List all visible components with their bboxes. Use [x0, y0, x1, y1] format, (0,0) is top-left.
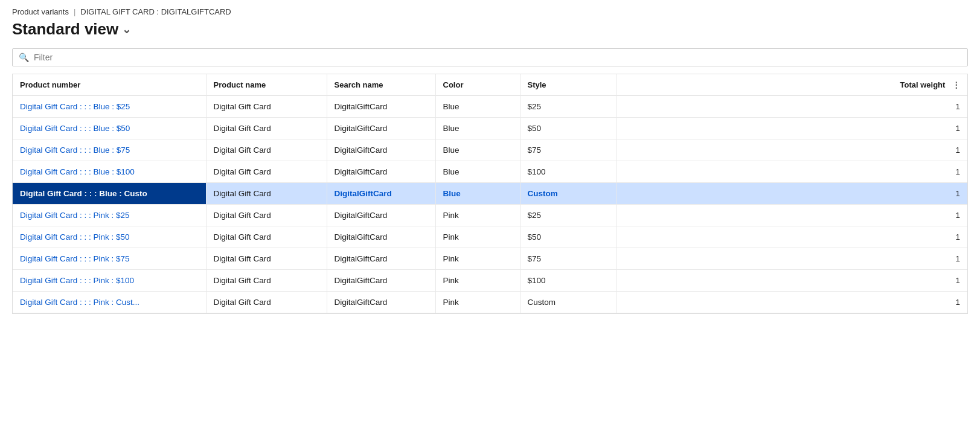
cell-product-name: Digital Gift Card: [206, 205, 327, 226]
cell-color: Blue: [435, 183, 520, 205]
product-number-link[interactable]: Digital Gift Card : : : Pink : $50: [20, 232, 199, 242]
cell-product-number: Digital Gift Card : : : Pink : $75: [13, 248, 206, 270]
cell-style: $75: [520, 139, 617, 161]
cell-product-number: Digital Gift Card : : : Pink : $100: [13, 270, 206, 292]
cell-search-name: DigitalGiftCard: [327, 292, 435, 313]
cell-style: $75: [520, 248, 617, 270]
cell-product-name: Digital Gift Card: [206, 96, 327, 118]
cell-total-weight: 1: [617, 270, 967, 292]
cell-total-weight: 1: [617, 118, 967, 139]
cell-total-weight: 1: [617, 161, 967, 183]
col-header-product-number: Product number: [13, 74, 206, 96]
cell-search-name: DigitalGiftCard: [327, 205, 435, 226]
cell-color: Pink: [435, 292, 520, 313]
cell-search-name: DigitalGiftCard: [327, 270, 435, 292]
col-header-product-name: Product name: [206, 74, 327, 96]
view-title-container: Standard view ⌄: [12, 20, 968, 39]
product-number-link[interactable]: Digital Gift Card : : : Pink : Cust...: [20, 298, 199, 307]
cell-total-weight: 1: [617, 205, 967, 226]
cell-total-weight: 1: [617, 183, 967, 205]
cell-search-name: DigitalGiftCard: [327, 96, 435, 118]
filter-bar: 🔍: [12, 48, 968, 66]
cell-color: Pink: [435, 205, 520, 226]
cell-color: Pink: [435, 226, 520, 248]
cell-style: $25: [520, 96, 617, 118]
cell-style: $50: [520, 118, 617, 139]
cell-search-name: DigitalGiftCard: [327, 226, 435, 248]
table-row[interactable]: Digital Gift Card : : : Pink : Cust...Di…: [13, 292, 967, 313]
column-options-icon[interactable]: ⋮: [952, 80, 960, 89]
breadcrumb: Product variants | DIGITAL GIFT CARD : D…: [12, 7, 968, 16]
table-row[interactable]: Digital Gift Card : : : Pink : $50Digita…: [13, 226, 967, 248]
table-row[interactable]: Digital Gift Card : : : Blue : $100Digit…: [13, 161, 967, 183]
breadcrumb-separator: |: [74, 7, 75, 16]
cell-product-name: Digital Gift Card: [206, 292, 327, 313]
col-header-color: Color: [435, 74, 520, 96]
product-number-link[interactable]: Digital Gift Card : : : Blue : Custo: [20, 189, 199, 198]
cell-product-number: Digital Gift Card : : : Pink : Cust...: [13, 292, 206, 313]
table-header-row: Product number Product name Search name …: [13, 74, 967, 96]
cell-color: Pink: [435, 248, 520, 270]
product-number-link[interactable]: Digital Gift Card : : : Blue : $25: [20, 102, 199, 111]
cell-search-name: DigitalGiftCard: [327, 183, 435, 205]
cell-total-weight: 1: [617, 226, 967, 248]
breadcrumb-parent[interactable]: Product variants: [12, 7, 69, 16]
cell-color: Blue: [435, 96, 520, 118]
cell-style: Custom: [520, 292, 617, 313]
cell-total-weight: 1: [617, 292, 967, 313]
col-header-total-weight: Total weight ⋮: [617, 74, 967, 96]
cell-product-name: Digital Gift Card: [206, 161, 327, 183]
variants-table-wrapper: Product number Product name Search name …: [12, 74, 968, 314]
col-header-search-name: Search name: [327, 74, 435, 96]
page-container: Product variants | DIGITAL GIFT CARD : D…: [0, 0, 980, 448]
cell-product-number: Digital Gift Card : : : Blue : $25: [13, 96, 206, 118]
cell-style: $100: [520, 161, 617, 183]
product-number-link[interactable]: Digital Gift Card : : : Pink : $25: [20, 211, 199, 220]
cell-color: Blue: [435, 139, 520, 161]
table-row[interactable]: Digital Gift Card : : : Blue : $25Digita…: [13, 96, 967, 118]
table-row[interactable]: Digital Gift Card : : : Pink : $75Digita…: [13, 248, 967, 270]
table-row[interactable]: Digital Gift Card : : : Blue : $50Digita…: [13, 118, 967, 139]
cell-product-name: Digital Gift Card: [206, 270, 327, 292]
variants-table: Product number Product name Search name …: [13, 74, 967, 313]
table-row[interactable]: Digital Gift Card : : : Pink : $100Digit…: [13, 270, 967, 292]
cell-product-number: Digital Gift Card : : : Blue : Custo: [13, 183, 206, 205]
cell-product-name: Digital Gift Card: [206, 118, 327, 139]
cell-product-name: Digital Gift Card: [206, 183, 327, 205]
cell-product-number: Digital Gift Card : : : Blue : $75: [13, 139, 206, 161]
table-body: Digital Gift Card : : : Blue : $25Digita…: [13, 96, 967, 313]
cell-style: $100: [520, 270, 617, 292]
cell-search-name: DigitalGiftCard: [327, 118, 435, 139]
table-row[interactable]: Digital Gift Card : : : Pink : $25Digita…: [13, 205, 967, 226]
cell-product-number: Digital Gift Card : : : Blue : $50: [13, 118, 206, 139]
cell-style: $50: [520, 226, 617, 248]
cell-color: Blue: [435, 118, 520, 139]
cell-product-name: Digital Gift Card: [206, 226, 327, 248]
cell-total-weight: 1: [617, 96, 967, 118]
filter-input[interactable]: [34, 53, 961, 62]
product-number-link[interactable]: Digital Gift Card : : : Pink : $75: [20, 254, 199, 263]
cell-search-name: DigitalGiftCard: [327, 248, 435, 270]
cell-style: Custom: [520, 183, 617, 205]
cell-total-weight: 1: [617, 248, 967, 270]
cell-product-number: Digital Gift Card : : : Pink : $25: [13, 205, 206, 226]
cell-color: Pink: [435, 270, 520, 292]
view-title-text: Standard view: [12, 20, 118, 39]
search-name-link[interactable]: DigitalGiftCard: [335, 189, 428, 198]
table-row[interactable]: Digital Gift Card : : : Blue : $75Digita…: [13, 139, 967, 161]
cell-color: Blue: [435, 161, 520, 183]
product-number-link[interactable]: Digital Gift Card : : : Blue : $50: [20, 124, 199, 133]
cell-product-number: Digital Gift Card : : : Blue : $100: [13, 161, 206, 183]
table-row[interactable]: Digital Gift Card : : : Blue : CustoDigi…: [13, 183, 967, 205]
cell-product-number: Digital Gift Card : : : Pink : $50: [13, 226, 206, 248]
cell-search-name: DigitalGiftCard: [327, 139, 435, 161]
view-dropdown-icon[interactable]: ⌄: [122, 23, 131, 36]
cell-product-name: Digital Gift Card: [206, 139, 327, 161]
cell-search-name: DigitalGiftCard: [327, 161, 435, 183]
product-number-link[interactable]: Digital Gift Card : : : Blue : $75: [20, 146, 199, 155]
product-number-link[interactable]: Digital Gift Card : : : Pink : $100: [20, 276, 199, 285]
cell-product-name: Digital Gift Card: [206, 248, 327, 270]
cell-style: $25: [520, 205, 617, 226]
product-number-link[interactable]: Digital Gift Card : : : Blue : $100: [20, 167, 199, 176]
cell-total-weight: 1: [617, 139, 967, 161]
